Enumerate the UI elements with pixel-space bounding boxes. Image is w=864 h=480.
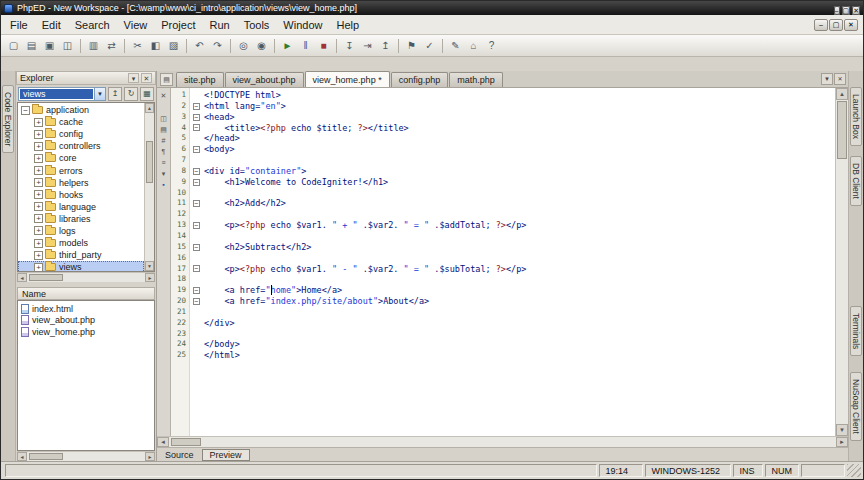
- tree-item-logs[interactable]: +logs: [18, 225, 144, 237]
- expand-icon[interactable]: +: [34, 190, 43, 199]
- scroll-right-icon[interactable]: ►: [145, 452, 155, 461]
- scroll-up-icon[interactable]: ▲: [145, 103, 154, 113]
- expand-icon[interactable]: +: [34, 178, 43, 187]
- fold-collapse-icon[interactable]: −: [193, 298, 200, 305]
- spell-check-icon[interactable]: ✓: [421, 37, 438, 54]
- scrollbar-thumb[interactable]: [171, 438, 201, 446]
- menu-tools[interactable]: Tools: [237, 17, 277, 33]
- print-icon[interactable]: ▥: [85, 37, 102, 54]
- home-icon[interactable]: ⌂: [465, 37, 482, 54]
- tree-item-errors[interactable]: +errors: [18, 164, 144, 176]
- tree-item-language[interactable]: +language: [18, 201, 144, 213]
- tree-item-hooks[interactable]: +hooks: [18, 189, 144, 201]
- close-panel-icon[interactable]: ✕: [141, 73, 152, 83]
- fold-collapse-icon[interactable]: −: [193, 103, 200, 110]
- maximize-button[interactable]: ▢: [842, 6, 851, 15]
- menu-edit[interactable]: Edit: [35, 17, 68, 33]
- close-button[interactable]: ✕: [852, 6, 860, 15]
- editor-horizontal-scrollbar[interactable]: ◄ ►: [157, 436, 848, 447]
- collapse-icon[interactable]: −: [21, 106, 30, 115]
- cut-icon[interactable]: ✂: [129, 37, 146, 54]
- paste-icon[interactable]: ▨: [165, 37, 182, 54]
- scroll-up-icon[interactable]: ▲: [836, 88, 848, 100]
- scrollbar-thumb[interactable]: [837, 101, 847, 159]
- compare-icon[interactable]: ◫: [158, 113, 170, 124]
- tab-view-about-php[interactable]: view_about.php: [225, 72, 304, 87]
- tab-math-php[interactable]: math.php: [449, 72, 503, 87]
- pin-icon[interactable]: ▾: [128, 73, 139, 83]
- list-item[interactable]: index.html: [18, 303, 154, 315]
- help-icon[interactable]: ?: [483, 37, 500, 54]
- menu-view[interactable]: View: [117, 17, 155, 33]
- expand-icon[interactable]: +: [34, 154, 43, 163]
- side-tab-code-explorer[interactable]: Code Explorer: [2, 85, 14, 153]
- copy-icon[interactable]: ◧: [147, 37, 164, 54]
- scroll-down-icon[interactable]: ▼: [836, 424, 848, 436]
- scroll-down-icon[interactable]: ▼: [145, 261, 154, 271]
- bookmarks-icon[interactable]: ▤: [158, 124, 170, 135]
- scrollbar-thumb[interactable]: [146, 141, 153, 183]
- file-list[interactable]: index.htmlview_about.phpview_home.php: [17, 300, 155, 451]
- code-area[interactable]: <!DOCTYPE html><html lang="en"><head> <t…: [202, 88, 835, 436]
- list-item[interactable]: view_home.php: [18, 326, 154, 338]
- tree-item-cache[interactable]: +cache: [18, 116, 144, 128]
- tab-site-php[interactable]: site.php: [176, 72, 224, 87]
- tree-item-core[interactable]: +core: [18, 152, 144, 164]
- expand-icon[interactable]: +: [34, 214, 43, 223]
- resize-grip[interactable]: [847, 464, 861, 477]
- stop-icon[interactable]: ■: [315, 37, 332, 54]
- step-into-icon[interactable]: ↧: [341, 37, 358, 54]
- tree-horizontal-scrollbar[interactable]: ◄ ►: [17, 272, 155, 282]
- fold-collapse-icon[interactable]: −: [193, 179, 200, 186]
- side-tab-launch-box[interactable]: Launch Box: [850, 87, 862, 146]
- open-file-icon[interactable]: ▤: [23, 37, 40, 54]
- folder-up-icon[interactable]: ↥: [108, 87, 122, 101]
- fold-collapse-icon[interactable]: −: [193, 146, 200, 153]
- undo-icon[interactable]: ↶: [191, 37, 208, 54]
- expand-icon[interactable]: +: [34, 130, 43, 139]
- menu-window[interactable]: Window: [276, 17, 329, 33]
- mdi-close-button[interactable]: ✕: [844, 19, 858, 31]
- combo-dropdown-icon[interactable]: ▼: [94, 88, 105, 100]
- redo-icon[interactable]: ↷: [209, 37, 226, 54]
- expand-icon[interactable]: +: [34, 263, 43, 271]
- step-out-icon[interactable]: ↥: [377, 37, 394, 54]
- fold-collapse-icon[interactable]: −: [193, 114, 200, 121]
- editor-vertical-scrollbar[interactable]: ▲ ▼: [835, 88, 848, 436]
- tree-item-controllers[interactable]: +controllers: [18, 140, 144, 152]
- new-file-icon[interactable]: ▢: [5, 37, 22, 54]
- bookmark-icon[interactable]: ⚑: [403, 37, 420, 54]
- expand-icon[interactable]: +: [34, 166, 43, 175]
- find-icon[interactable]: ◎: [235, 37, 252, 54]
- folder-combo[interactable]: views ▼: [18, 87, 106, 101]
- fold-collapse-icon[interactable]: −: [193, 287, 200, 294]
- scroll-right-icon[interactable]: ►: [836, 437, 848, 447]
- tree-item-helpers[interactable]: +helpers: [18, 177, 144, 189]
- expand-icon[interactable]: +: [34, 118, 43, 127]
- tab-source[interactable]: Source: [165, 450, 194, 460]
- tree-item-views[interactable]: +views: [18, 261, 144, 271]
- fold-collapse-icon[interactable]: −: [193, 168, 200, 175]
- expand-icon[interactable]: +: [34, 226, 43, 235]
- expand-icon[interactable]: +: [34, 251, 43, 260]
- expand-icon[interactable]: +: [34, 239, 43, 248]
- save-all-icon[interactable]: ◫: [59, 37, 76, 54]
- expand-icon[interactable]: +: [34, 202, 43, 211]
- tab-list-icon[interactable]: ▤: [160, 73, 173, 86]
- word-wrap-icon[interactable]: ¶: [158, 146, 170, 157]
- folder-tree[interactable]: −application+cache+config+controllers+co…: [18, 103, 144, 271]
- close-tab-icon[interactable]: ✕: [834, 73, 846, 85]
- list-item[interactable]: view_about.php: [18, 315, 154, 327]
- scroll-right-icon[interactable]: ►: [145, 273, 155, 282]
- save-icon[interactable]: ▣: [41, 37, 58, 54]
- tree-item-libraries[interactable]: +libraries: [18, 213, 144, 225]
- menu-project[interactable]: Project: [154, 17, 202, 33]
- edit-icon[interactable]: ✎: [447, 37, 464, 54]
- side-tab-nusoap-client[interactable]: NuSoap Client: [850, 372, 862, 441]
- fold-collapse-icon[interactable]: −: [193, 200, 200, 207]
- expand-icon[interactable]: +: [34, 142, 43, 151]
- side-tab-terminals[interactable]: Terminals: [850, 306, 862, 356]
- menu-search[interactable]: Search: [68, 17, 117, 33]
- mdi-restore-button[interactable]: ▢: [829, 19, 843, 31]
- filter-icon[interactable]: ▦: [140, 87, 154, 101]
